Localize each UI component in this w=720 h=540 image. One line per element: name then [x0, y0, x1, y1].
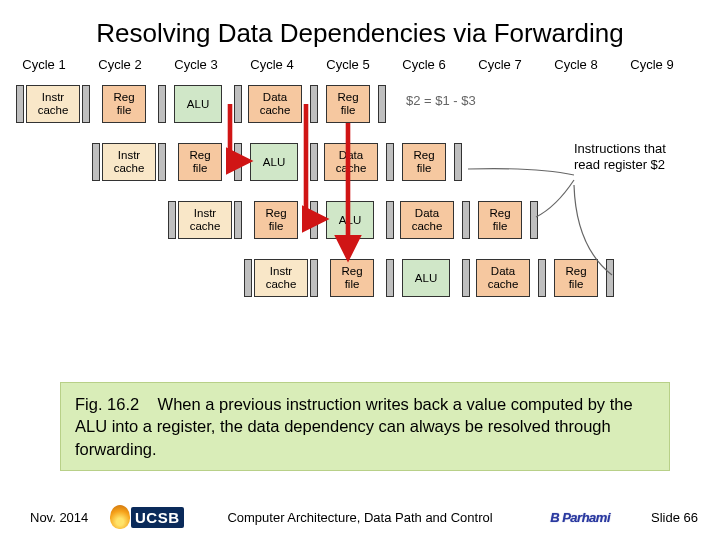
stage-alu: ALU	[326, 201, 374, 239]
stage-instr-cache: Instrcache	[178, 201, 232, 239]
stage-data-cache: Datacache	[476, 259, 530, 297]
cycle-label: Cycle 2	[92, 57, 148, 72]
cycle-label: Cycle 5	[320, 57, 376, 72]
stage-reg-file: Regfile	[402, 143, 446, 181]
pipeline-latch	[234, 143, 242, 181]
cycle-label: Cycle 8	[548, 57, 604, 72]
stage-instr-cache: Instrcache	[26, 85, 80, 123]
cycle-label: Cycle 7	[472, 57, 528, 72]
stage-data-cache: Datacache	[324, 143, 378, 181]
footer-date: Nov. 2014	[30, 510, 88, 525]
pipeline-latch	[82, 85, 90, 123]
pipeline-latch	[16, 85, 24, 123]
stage-reg-file: Regfile	[554, 259, 598, 297]
stage-reg-file: Regfile	[326, 85, 370, 123]
pipeline-latch	[538, 259, 546, 297]
stage-instr-cache: Instrcache	[254, 259, 308, 297]
pipeline-latch	[310, 85, 318, 123]
stage-alu: ALU	[250, 143, 298, 181]
pipeline-latch	[386, 201, 394, 239]
pipeline-latch	[606, 259, 614, 297]
footer-course-title: Computer Architecture, Data Path and Con…	[227, 510, 492, 525]
cycle-label: Cycle 3	[168, 57, 224, 72]
stage-instr-cache: Instrcache	[102, 143, 156, 181]
footer-slide-number: Slide 66	[651, 510, 698, 525]
page-title: Resolving Data Dependencies via Forwardi…	[0, 0, 720, 57]
ucsb-logo: UCSB	[110, 505, 184, 529]
figure-caption: Fig. 16.2 When a previous instruction wr…	[60, 382, 670, 471]
stage-alu: ALU	[402, 259, 450, 297]
pipeline-latch	[310, 201, 318, 239]
cycle-label: Cycle 1	[16, 57, 72, 72]
caption-text: When a previous instruction writes back …	[75, 395, 633, 458]
pipeline-latch	[386, 259, 394, 297]
annotation-note: Instructions that read register $2	[574, 141, 684, 172]
footer: Nov. 2014 UCSB Computer Architecture, Da…	[0, 494, 720, 540]
pipeline-latch	[158, 85, 166, 123]
stage-alu: ALU	[174, 85, 222, 123]
stage-reg-file: Regfile	[102, 85, 146, 123]
pipeline-latch	[462, 201, 470, 239]
pipeline-latch	[310, 143, 318, 181]
pipeline-latch	[158, 143, 166, 181]
caption-figure-number: Fig. 16.2	[75, 395, 139, 413]
footer-author: B Parhami	[550, 510, 610, 525]
stage-reg-file: Regfile	[254, 201, 298, 239]
pipeline-latch	[244, 259, 252, 297]
cycle-label: Cycle 4	[244, 57, 300, 72]
pipeline-diagram: Cycle 1 Cycle 2 Cycle 3 Cycle 4 Cycle 5 …	[16, 57, 704, 357]
pipeline-latch	[386, 143, 394, 181]
stage-reg-file: Regfile	[178, 143, 222, 181]
stage-reg-file: Regfile	[478, 201, 522, 239]
pipeline-latch	[462, 259, 470, 297]
pipeline-latch	[168, 201, 176, 239]
pipeline-latch	[234, 85, 242, 123]
pipeline-latch	[530, 201, 538, 239]
pipeline-latch	[454, 143, 462, 181]
cycle-label: Cycle 6	[396, 57, 452, 72]
stage-data-cache: Datacache	[248, 85, 302, 123]
stage-data-cache: Datacache	[400, 201, 454, 239]
pipeline-latch	[234, 201, 242, 239]
cycle-label: Cycle 9	[624, 57, 680, 72]
pipeline-latch	[310, 259, 318, 297]
pipeline-latch	[92, 143, 100, 181]
stage-reg-file: Regfile	[330, 259, 374, 297]
instruction-formula: $2 = $1 - $3	[406, 93, 476, 108]
flame-icon	[110, 505, 130, 529]
pipeline-latch	[378, 85, 386, 123]
ucsb-logo-text: UCSB	[131, 507, 184, 528]
